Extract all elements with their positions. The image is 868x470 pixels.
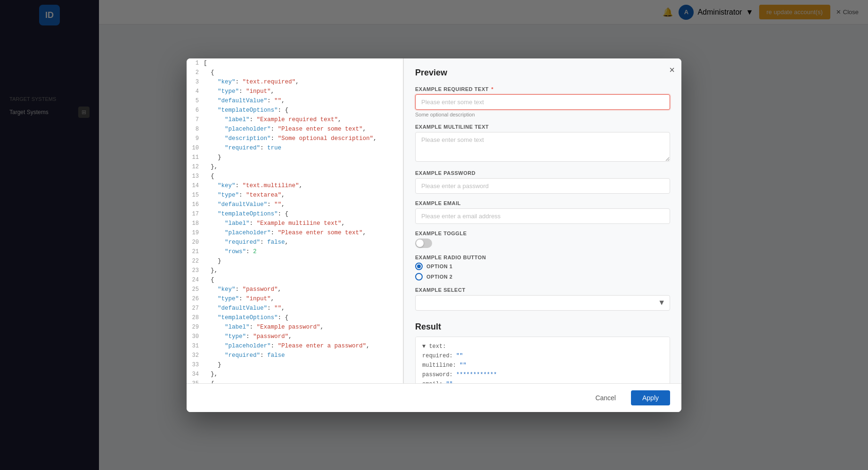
code-line: 13 { bbox=[187, 172, 403, 181]
code-line: 24 { bbox=[187, 275, 403, 285]
code-line: 7 "label": "Example required text", bbox=[187, 115, 403, 124]
select-wrap: ▼ bbox=[415, 295, 670, 311]
field-label-required-text: EXAMPLE REQUIRED TEXT * bbox=[415, 86, 670, 92]
field-label-multiline: EXAMPLE MULTILINE TEXT bbox=[415, 124, 670, 130]
radio-option-1[interactable]: OPTION 1 bbox=[415, 263, 670, 270]
code-line: 14 "key": "text.multiline", bbox=[187, 181, 403, 190]
form-group-required-text: EXAMPLE REQUIRED TEXT * Some optional de… bbox=[415, 86, 670, 117]
code-line: 33 } bbox=[187, 360, 403, 370]
select-input[interactable] bbox=[415, 295, 670, 311]
code-line: 20 "required": false, bbox=[187, 238, 403, 247]
code-line: 15 "type": "textarea", bbox=[187, 190, 403, 200]
result-line: ▼ text: bbox=[422, 342, 663, 351]
field-label-toggle: EXAMPLE TOGGLE bbox=[415, 231, 670, 236]
code-line: 22 } bbox=[187, 256, 403, 266]
modal-dialog: × 1[2 {3 "key": "text.required",4 "type"… bbox=[187, 58, 681, 412]
code-line: 16 "defaultValue": "", bbox=[187, 200, 403, 209]
toggle-knob bbox=[416, 239, 424, 247]
code-line: 5 "defaultValue": "", bbox=[187, 96, 403, 106]
code-line: 3 "key": "text.required", bbox=[187, 77, 403, 87]
result-line: password: ************ bbox=[422, 370, 663, 379]
result-line: email: "" bbox=[422, 379, 663, 383]
radio-label-2: OPTION 2 bbox=[426, 274, 452, 280]
radio-option-2[interactable]: OPTION 2 bbox=[415, 273, 670, 280]
code-line: 8 "placeholder": "Please enter some text… bbox=[187, 124, 403, 134]
preview-title: Preview bbox=[415, 68, 670, 78]
result-line: multiline: "" bbox=[422, 361, 663, 370]
code-line: 21 "rows": 2 bbox=[187, 247, 403, 256]
modal-close-button[interactable]: × bbox=[669, 65, 675, 74]
modal-body: 1[2 {3 "key": "text.required",4 "type": … bbox=[187, 58, 681, 383]
field-label-radio: EXAMPLE RADIO BUTTON bbox=[415, 255, 670, 260]
field-label-select: EXAMPLE SELECT bbox=[415, 287, 670, 293]
form-group-select: EXAMPLE SELECT ▼ bbox=[415, 287, 670, 311]
code-line: 31 "placeholder": "Please enter a passwo… bbox=[187, 341, 403, 351]
result-box: ▼ text: required: "" multiline: ""passwo… bbox=[415, 337, 670, 383]
modal-overlay: × 1[2 {3 "key": "text.required",4 "type"… bbox=[0, 0, 868, 470]
apply-button[interactable]: Apply bbox=[631, 390, 670, 405]
toggle-wrap bbox=[415, 239, 670, 248]
field-label-email: EXAMPLE EMAIL bbox=[415, 200, 670, 206]
code-line: 26 "type": "input", bbox=[187, 294, 403, 304]
code-editor-panel[interactable]: 1[2 {3 "key": "text.required",4 "type": … bbox=[187, 58, 403, 383]
input-password[interactable] bbox=[415, 178, 670, 194]
field-description-required-text: Some optional description bbox=[415, 112, 670, 117]
code-line: 6 "templateOptions": { bbox=[187, 106, 403, 115]
form-group-radio: EXAMPLE RADIO BUTTON OPTION 1 OPTION 2 bbox=[415, 255, 670, 280]
preview-panel: Preview EXAMPLE REQUIRED TEXT * Some opt… bbox=[404, 58, 681, 383]
result-line: required: "" bbox=[422, 351, 663, 361]
required-star: * bbox=[490, 86, 493, 92]
radio-circle-2 bbox=[415, 273, 423, 280]
form-group-toggle: EXAMPLE TOGGLE bbox=[415, 231, 670, 248]
radio-group: OPTION 1 OPTION 2 bbox=[415, 263, 670, 280]
code-line: 1[ bbox=[187, 58, 403, 68]
code-line: 28 "templateOptions": { bbox=[187, 313, 403, 322]
input-required-text[interactable] bbox=[415, 94, 670, 110]
code-line: 17 "templateOptions": { bbox=[187, 209, 403, 219]
result-section: Result ▼ text: required: "" multiline: "… bbox=[415, 322, 670, 383]
code-line: 35 { bbox=[187, 379, 403, 383]
code-line: 9 "description": "Some optional descript… bbox=[187, 134, 403, 143]
code-line: 2 { bbox=[187, 68, 403, 77]
radio-label-1: OPTION 1 bbox=[426, 264, 452, 269]
radio-circle-1 bbox=[415, 263, 423, 270]
field-label-password: EXAMPLE PASSWORD bbox=[415, 170, 670, 176]
code-line: 29 "label": "Example password", bbox=[187, 322, 403, 332]
toggle-switch[interactable] bbox=[415, 239, 432, 248]
modal-footer: Cancel Apply bbox=[187, 383, 681, 412]
code-line: 30 "type": "password", bbox=[187, 332, 403, 341]
code-line: 25 "key": "password", bbox=[187, 285, 403, 294]
form-group-multiline: EXAMPLE MULTILINE TEXT bbox=[415, 124, 670, 164]
code-line: 10 "required": true bbox=[187, 143, 403, 153]
code-line: 4 "type": "input", bbox=[187, 87, 403, 96]
code-line: 12 }, bbox=[187, 162, 403, 172]
code-line: 34 }, bbox=[187, 370, 403, 379]
form-group-email: EXAMPLE EMAIL bbox=[415, 200, 670, 224]
code-line: 11 } bbox=[187, 153, 403, 162]
code-line: 27 "defaultValue": "", bbox=[187, 304, 403, 313]
cancel-button[interactable]: Cancel bbox=[586, 390, 625, 405]
result-title: Result bbox=[415, 322, 670, 332]
textarea-multiline[interactable] bbox=[415, 132, 670, 162]
code-line: 32 "required": false bbox=[187, 351, 403, 360]
code-line: 23 }, bbox=[187, 266, 403, 275]
code-line: 18 "label": "Example multiline text", bbox=[187, 219, 403, 228]
form-group-password: EXAMPLE PASSWORD bbox=[415, 170, 670, 194]
input-email[interactable] bbox=[415, 208, 670, 224]
code-line: 19 "placeholder": "Please enter some tex… bbox=[187, 228, 403, 238]
